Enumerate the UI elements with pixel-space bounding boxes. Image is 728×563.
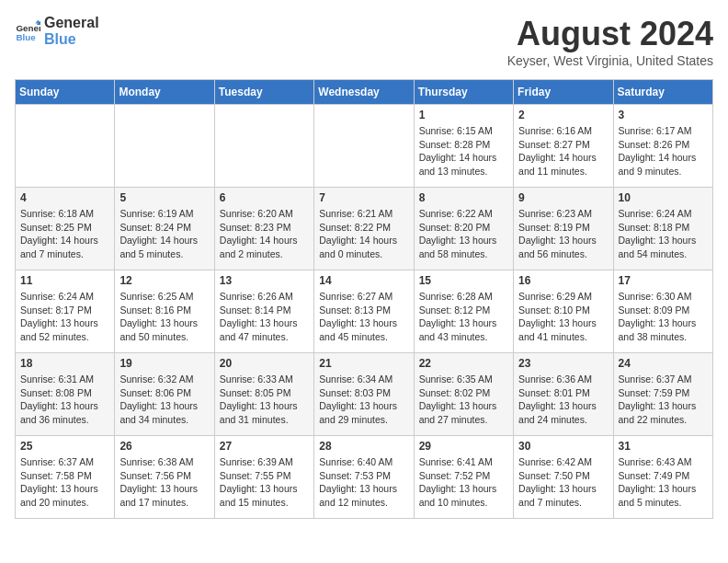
- day-info: Sunrise: 6:39 AM Sunset: 7:55 PM Dayligh…: [220, 455, 309, 510]
- calendar-table: SundayMondayTuesdayWednesdayThursdayFrid…: [15, 79, 713, 519]
- day-info: Sunrise: 6:19 AM Sunset: 8:24 PM Dayligh…: [119, 207, 209, 261]
- day-number: 1: [419, 109, 508, 121]
- day-info: Sunrise: 6:21 AM Sunset: 8:22 PM Dayligh…: [319, 207, 408, 261]
- calendar-cell: 12Sunrise: 6:25 AM Sunset: 8:16 PM Dayli…: [115, 270, 214, 353]
- week-row-5: 25Sunrise: 6:37 AM Sunset: 7:58 PM Dayli…: [16, 436, 713, 519]
- day-number: 28: [319, 440, 408, 453]
- day-info: Sunrise: 6:17 AM Sunset: 8:26 PM Dayligh…: [619, 124, 708, 178]
- logo-line1: General: [44, 15, 99, 31]
- day-number: 23: [518, 357, 608, 370]
- logo-icon: General Blue: [15, 18, 40, 44]
- calendar-cell: 10Sunrise: 6:24 AM Sunset: 8:18 PM Dayli…: [613, 188, 712, 270]
- day-info: Sunrise: 6:32 AM Sunset: 8:06 PM Dayligh…: [119, 373, 209, 427]
- calendar-cell: 14Sunrise: 6:27 AM Sunset: 8:13 PM Dayli…: [314, 270, 414, 353]
- calendar-cell: 2Sunrise: 6:16 AM Sunset: 8:27 PM Daylig…: [514, 105, 613, 188]
- day-header-tuesday: Tuesday: [214, 80, 313, 105]
- day-info: Sunrise: 6:43 AM Sunset: 7:49 PM Dayligh…: [619, 455, 708, 510]
- calendar-cell: [16, 105, 115, 188]
- day-header-saturday: Saturday: [613, 80, 712, 105]
- day-number: 10: [619, 191, 708, 204]
- calendar-cell: 8Sunrise: 6:22 AM Sunset: 8:20 PM Daylig…: [414, 188, 513, 270]
- day-info: Sunrise: 6:25 AM Sunset: 8:16 PM Dayligh…: [119, 290, 209, 344]
- calendar-cell: 26Sunrise: 6:38 AM Sunset: 7:56 PM Dayli…: [115, 436, 214, 519]
- day-number: 7: [319, 191, 408, 204]
- day-number: 24: [619, 357, 708, 370]
- location: Keyser, West Virginia, United States: [507, 53, 713, 68]
- day-info: Sunrise: 6:33 AM Sunset: 8:05 PM Dayligh…: [220, 373, 309, 427]
- day-info: Sunrise: 6:36 AM Sunset: 8:01 PM Dayligh…: [518, 373, 608, 427]
- day-number: 27: [220, 440, 309, 453]
- logo-line2: Blue: [44, 31, 99, 48]
- calendar-cell: 15Sunrise: 6:28 AM Sunset: 8:12 PM Dayli…: [414, 270, 513, 353]
- day-number: 15: [419, 274, 508, 287]
- day-info: Sunrise: 6:23 AM Sunset: 8:19 PM Dayligh…: [518, 207, 608, 261]
- day-info: Sunrise: 6:28 AM Sunset: 8:12 PM Dayligh…: [419, 290, 508, 344]
- day-header-thursday: Thursday: [414, 80, 513, 105]
- calendar-cell: 27Sunrise: 6:39 AM Sunset: 7:55 PM Dayli…: [214, 436, 313, 519]
- calendar-cell: 30Sunrise: 6:42 AM Sunset: 7:50 PM Dayli…: [514, 436, 613, 519]
- calendar-header-row: SundayMondayTuesdayWednesdayThursdayFrid…: [16, 80, 713, 105]
- calendar-body: 1Sunrise: 6:15 AM Sunset: 8:28 PM Daylig…: [16, 105, 713, 519]
- day-info: Sunrise: 6:24 AM Sunset: 8:17 PM Dayligh…: [20, 290, 109, 344]
- calendar-cell: 7Sunrise: 6:21 AM Sunset: 8:22 PM Daylig…: [314, 188, 414, 270]
- calendar-cell: [214, 105, 313, 188]
- day-number: 4: [20, 191, 109, 204]
- week-row-3: 11Sunrise: 6:24 AM Sunset: 8:17 PM Dayli…: [16, 270, 713, 353]
- day-header-monday: Monday: [115, 80, 214, 105]
- day-info: Sunrise: 6:18 AM Sunset: 8:25 PM Dayligh…: [20, 207, 109, 261]
- calendar-cell: 21Sunrise: 6:34 AM Sunset: 8:03 PM Dayli…: [314, 353, 414, 436]
- day-number: 3: [619, 109, 708, 121]
- calendar-cell: 24Sunrise: 6:37 AM Sunset: 7:59 PM Dayli…: [613, 353, 712, 436]
- day-info: Sunrise: 6:27 AM Sunset: 8:13 PM Dayligh…: [319, 290, 408, 344]
- day-number: 16: [518, 274, 608, 287]
- day-info: Sunrise: 6:41 AM Sunset: 7:52 PM Dayligh…: [419, 455, 508, 510]
- svg-text:Blue: Blue: [16, 32, 36, 42]
- day-info: Sunrise: 6:15 AM Sunset: 8:28 PM Dayligh…: [419, 124, 508, 178]
- day-info: Sunrise: 6:34 AM Sunset: 8:03 PM Dayligh…: [319, 373, 408, 427]
- day-number: 12: [119, 274, 209, 287]
- day-number: 5: [119, 191, 209, 204]
- calendar-cell: 9Sunrise: 6:23 AM Sunset: 8:19 PM Daylig…: [514, 188, 613, 270]
- header: General Blue General Blue August 2024 Ke…: [15, 15, 713, 68]
- day-info: Sunrise: 6:16 AM Sunset: 8:27 PM Dayligh…: [518, 124, 608, 178]
- day-info: Sunrise: 6:24 AM Sunset: 8:18 PM Dayligh…: [619, 207, 708, 261]
- logo: General Blue General Blue: [15, 15, 99, 48]
- day-info: Sunrise: 6:31 AM Sunset: 8:08 PM Dayligh…: [20, 373, 109, 427]
- day-info: Sunrise: 6:26 AM Sunset: 8:14 PM Dayligh…: [220, 290, 309, 344]
- day-info: Sunrise: 6:38 AM Sunset: 7:56 PM Dayligh…: [119, 455, 209, 510]
- month-title: August 2024: [507, 15, 713, 53]
- calendar-cell: 13Sunrise: 6:26 AM Sunset: 8:14 PM Dayli…: [214, 270, 313, 353]
- day-info: Sunrise: 6:37 AM Sunset: 7:59 PM Dayligh…: [619, 373, 708, 427]
- calendar-cell: 16Sunrise: 6:29 AM Sunset: 8:10 PM Dayli…: [514, 270, 613, 353]
- day-header-sunday: Sunday: [16, 80, 115, 105]
- calendar-cell: 6Sunrise: 6:20 AM Sunset: 8:23 PM Daylig…: [214, 188, 313, 270]
- calendar-cell: 5Sunrise: 6:19 AM Sunset: 8:24 PM Daylig…: [115, 188, 214, 270]
- day-info: Sunrise: 6:22 AM Sunset: 8:20 PM Dayligh…: [419, 207, 508, 261]
- day-number: 22: [419, 357, 508, 370]
- day-number: 13: [220, 274, 309, 287]
- calendar-cell: 28Sunrise: 6:40 AM Sunset: 7:53 PM Dayli…: [314, 436, 414, 519]
- day-info: Sunrise: 6:35 AM Sunset: 8:02 PM Dayligh…: [419, 373, 508, 427]
- day-number: 17: [619, 274, 708, 287]
- day-header-friday: Friday: [514, 80, 613, 105]
- day-number: 21: [319, 357, 408, 370]
- calendar-cell: 20Sunrise: 6:33 AM Sunset: 8:05 PM Dayli…: [214, 353, 313, 436]
- calendar-cell: [115, 105, 214, 188]
- calendar-cell: 19Sunrise: 6:32 AM Sunset: 8:06 PM Dayli…: [115, 353, 214, 436]
- day-number: 8: [419, 191, 508, 204]
- week-row-2: 4Sunrise: 6:18 AM Sunset: 8:25 PM Daylig…: [16, 188, 713, 270]
- day-info: Sunrise: 6:30 AM Sunset: 8:09 PM Dayligh…: [619, 290, 708, 344]
- day-info: Sunrise: 6:29 AM Sunset: 8:10 PM Dayligh…: [518, 290, 608, 344]
- calendar-cell: 31Sunrise: 6:43 AM Sunset: 7:49 PM Dayli…: [613, 436, 712, 519]
- day-number: 19: [119, 357, 209, 370]
- calendar-cell: 23Sunrise: 6:36 AM Sunset: 8:01 PM Dayli…: [514, 353, 613, 436]
- day-number: 9: [518, 191, 608, 204]
- day-number: 25: [20, 440, 109, 453]
- calendar-cell: 3Sunrise: 6:17 AM Sunset: 8:26 PM Daylig…: [613, 105, 712, 188]
- calendar-cell: 17Sunrise: 6:30 AM Sunset: 8:09 PM Dayli…: [613, 270, 712, 353]
- week-row-4: 18Sunrise: 6:31 AM Sunset: 8:08 PM Dayli…: [16, 353, 713, 436]
- calendar-cell: 29Sunrise: 6:41 AM Sunset: 7:52 PM Dayli…: [414, 436, 513, 519]
- day-info: Sunrise: 6:20 AM Sunset: 8:23 PM Dayligh…: [220, 207, 309, 261]
- day-number: 14: [319, 274, 408, 287]
- day-number: 31: [619, 440, 708, 453]
